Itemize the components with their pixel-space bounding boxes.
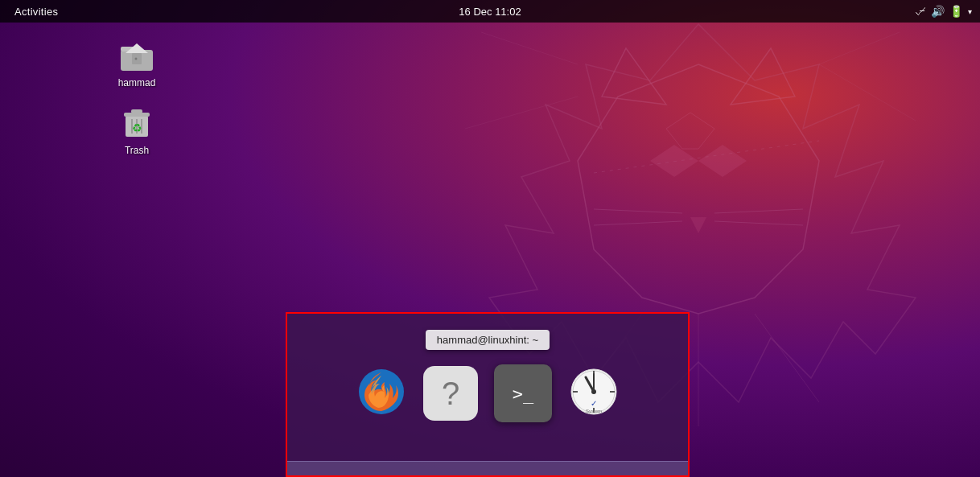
battery-icon[interactable]: 🔋 [949,5,963,18]
terminal-prompt-icon: >_ [513,384,534,404]
unknown-app-icon[interactable]: ? [423,366,478,421]
topbar: Activities 16 Dec 11:02 ⍻ 🔊 🔋 ▾ [0,0,980,23]
svg-rect-27 [131,109,142,113]
preview-icons-row: ? >_ [356,364,620,422]
svg-line-18 [465,97,578,129]
svg-line-19 [594,141,819,173]
activities-button[interactable]: Activities [8,6,64,18]
home-folder-icon [117,35,156,74]
firefox-app-icon[interactable] [356,366,407,421]
svg-text:System: System [586,409,602,413]
svg-text:✓: ✓ [591,399,597,408]
svg-marker-3 [698,145,747,177]
home-icon-label: hammad [118,77,156,88]
accessibility-icon[interactable]: ⍻ [915,5,926,18]
trash-icon-label: Trash [125,145,149,156]
terminal-app-icon[interactable]: >_ [494,364,552,422]
svg-marker-2 [650,145,698,177]
topbar-left: Activities [8,6,64,18]
sound-icon[interactable]: 🔊 [931,5,945,18]
trash-folder-icon: ♻ [117,103,156,142]
svg-line-12 [755,314,819,402]
svg-point-43 [591,389,596,394]
topbar-right: ⍻ 🔊 🔋 ▾ [915,5,972,18]
svg-line-9 [714,209,803,213]
desktop-icon-trash[interactable]: ♻ Trash [105,100,169,159]
svg-line-15 [819,32,900,64]
svg-marker-6 [690,217,706,233]
terminal-window-tooltip: hammad@linuxhint: ~ [426,330,550,350]
svg-point-24 [135,58,138,60]
svg-marker-1 [578,64,819,314]
desktop-icons: hammad ♻ Trash [105,32,169,159]
clock-app-icon[interactable]: ✓ System [568,366,620,421]
dock-bottom-bar [287,461,688,475]
tray-icons: ⍻ 🔊 🔋 ▾ [915,5,972,18]
svg-line-10 [714,221,803,225]
svg-marker-5 [731,48,795,105]
dropdown-arrow-icon[interactable]: ▾ [968,7,972,16]
svg-marker-14 [666,113,714,149]
question-mark-icon: ? [442,376,459,412]
svg-line-17 [481,32,578,64]
taskbar-preview: hammad@linuxhint: ~ ? [286,312,690,477]
desktop-icon-hammad[interactable]: hammad [105,32,169,92]
desktop: Activities 16 Dec 11:02 ⍻ 🔊 🔋 ▾ [0,0,980,477]
topbar-datetime[interactable]: 16 Dec 11:02 [459,6,521,18]
svg-line-8 [594,221,682,225]
svg-line-16 [819,64,916,121]
svg-line-7 [594,209,682,213]
svg-text:♻: ♻ [132,121,142,134]
